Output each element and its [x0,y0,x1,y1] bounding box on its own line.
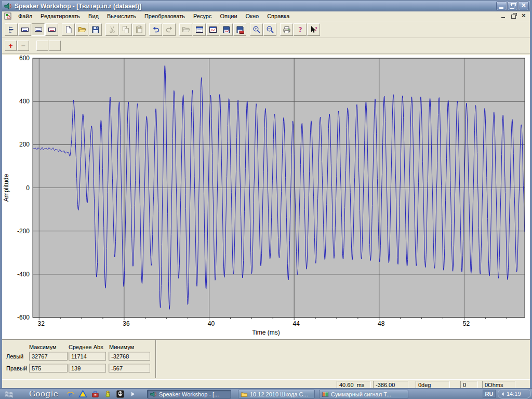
clock: 14:19 [507,391,521,397]
menu-item-8[interactable]: Справка [263,13,294,19]
cut-button [105,23,118,36]
toolbar-group-3 [149,23,176,36]
save-chart-button[interactable] [220,23,233,36]
stats-value-1-0: 575 [29,364,68,373]
mdi-close-button[interactable] [520,12,527,19]
save-button[interactable] [89,23,102,36]
save-chart2-button[interactable] [233,23,246,36]
restore-button-glyph [510,5,514,9]
help-button[interactable]: ? [294,23,307,36]
new-button[interactable] [62,23,75,36]
menu-item-6[interactable]: Опции [216,13,241,19]
titlebar[interactable]: Speaker Workshop - [Твитер.in.r (dataset… [2,0,530,11]
menu-item-1[interactable]: Редактировать [36,13,84,19]
minimize-button[interactable] [497,2,507,10]
speaker-workshop-window: Speaker Workshop - [Твитер.in.r (dataset… [0,0,532,388]
y-tick-label: 0 [26,184,30,192]
triangle-app-icon[interactable] [78,390,87,398]
import-folder-icon [182,25,190,34]
folder-icon [241,391,248,398]
chart-view-button[interactable] [32,23,45,36]
stats-header-1: Среднее Abs [69,344,103,350]
copy-icon [122,25,130,34]
open-button[interactable] [75,23,88,36]
save-chart-icon [222,25,231,34]
task-label-3: Суммарный сигнал Т... [331,391,391,397]
yellow-bot-icon[interactable] [103,390,112,398]
toolbar-group-2 [105,23,145,36]
red-tool-icon[interactable] [91,390,100,398]
start-flag-icon [3,389,17,398]
chart-window-button[interactable] [193,23,206,36]
mdi-minimize-button[interactable] [500,12,507,19]
taskbar: GoogleeSpeaker Workshop - [...10.12.2010… [0,388,532,399]
status-cell-1: -386.00 [373,381,408,389]
chart-line-button[interactable] [206,23,219,36]
close-button[interactable] [518,2,528,10]
task-button-3[interactable]: Суммарный сигнал Т... [319,390,408,398]
start-button[interactable] [3,389,17,399]
quicklaunch-expand-chevron[interactable] [131,391,135,397]
ie-icon[interactable]: e [66,390,75,398]
y-tick-label: -400 [17,271,30,278]
waveform-chart[interactable]: 6004002000-200-400-600323640444852Time (… [2,56,530,339]
speaker-icon [150,391,157,398]
toolbar-group-5 [250,23,276,36]
image-file-icon [322,391,329,398]
stats-header-2: Минимум [109,344,134,350]
data-view-button[interactable] [45,23,58,36]
window-controls [497,2,528,10]
alien-app-icon[interactable] [116,390,125,398]
undo-icon [152,25,160,34]
mdi-minimize-button-glyph [501,17,505,18]
menu-item-5[interactable]: Ресурс [189,13,216,19]
menu-item-4[interactable]: Преобразовать [140,13,189,19]
tray-collapse-icon[interactable] [501,392,504,396]
add-button[interactable]: + [5,41,17,51]
secondary-toolbar: +− [2,37,530,54]
menu-item-0[interactable]: Файл [14,13,36,19]
status-cell-0: 40.60 ms [337,381,371,389]
stats-value-1-1: 139 [69,364,106,373]
notes-view-button[interactable] [18,23,31,36]
blank-button-2[interactable] [49,41,61,51]
google-toolbar[interactable]: Google [29,389,58,398]
task-button-2[interactable]: 10.12.2010 Шкода С... [238,390,315,398]
y-tick-label: 400 [19,98,30,105]
zoom-in-button[interactable] [250,23,263,36]
context-help-button[interactable]: ? [307,23,320,36]
dataset-icon [4,12,14,20]
zoom-out-button[interactable] [263,23,276,36]
status-cell-4: 0Ohms [482,381,515,389]
svg-text:?: ? [314,25,317,31]
language-indicator[interactable]: RU [483,390,496,398]
menu-item-7[interactable]: Окно [242,13,263,19]
ruler-red-icon [48,25,56,34]
undo-button[interactable] [149,23,162,36]
stats-value-0-2: -32768 [109,352,150,361]
y-tick-label: -200 [17,228,30,235]
mdi-restore-button[interactable] [510,12,517,19]
x-tick-label: 32 [38,320,45,327]
blank-button-1[interactable] [36,41,48,51]
stats-value-1-2: -567 [109,364,150,373]
outline-button[interactable] [5,23,18,36]
remove-button[interactable]: − [17,41,29,51]
menu-item-2[interactable]: Вид [84,13,103,19]
toolbar-group-0 [5,23,58,36]
menu-item-3[interactable]: Вычислить [103,13,140,19]
paste-button [132,23,145,36]
copy-button [119,23,132,36]
x-tick-label: 36 [123,320,130,327]
status-cell-3: 0 [460,381,478,389]
mdi-restore-button-glyph [511,15,516,19]
stats-table: МаксимумСреднее AbsМинимумЛевый327671171… [2,340,156,378]
speaker-app-icon [4,2,12,10]
task-button-1[interactable]: Speaker Workshop - [... [147,390,231,398]
restore-button[interactable] [508,2,517,10]
paste-icon [135,25,143,34]
ruler-grid-icon [34,25,43,34]
y-tick-label: 200 [19,141,30,148]
chart-line-icon [209,25,217,34]
print-button[interactable] [280,23,293,36]
